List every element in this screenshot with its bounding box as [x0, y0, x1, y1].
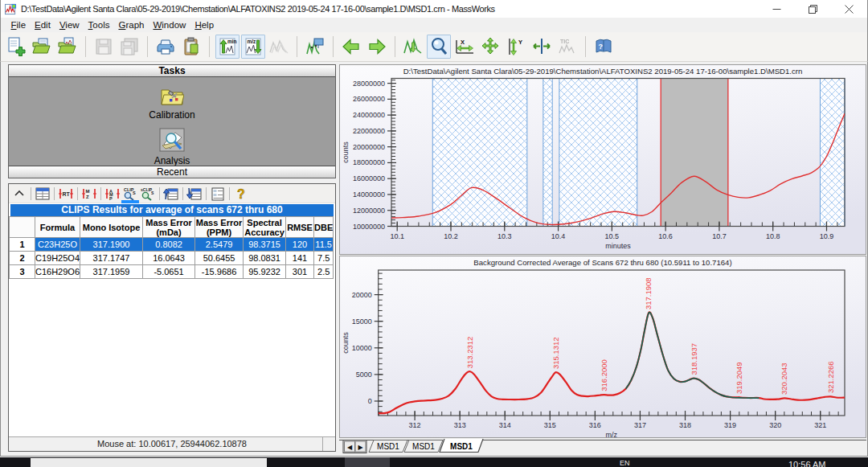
calibration-display-button[interactable] — [303, 35, 327, 59]
view-mz-icon: m/z — [243, 36, 264, 57]
x-tick-label: 312 — [409, 421, 421, 429]
menu-help[interactable]: Help — [190, 19, 219, 31]
import-table-button[interactable] — [162, 186, 180, 202]
result-row[interactable]: 3C16H29O6317.1959-5.0651-15.968695.92323… — [10, 265, 334, 279]
results-panel: RTMZAMPCLIPSsCLIPS? CLIPS Results for av… — [8, 183, 336, 452]
arrow-right-icon — [366, 36, 387, 57]
tasks-header[interactable]: Tasks — [9, 65, 335, 77]
taskbar-search-box[interactable] — [31, 458, 267, 467]
magnifier-icon — [428, 36, 449, 57]
windows-taskbar[interactable]: EN 10:56 AM — [0, 457, 868, 467]
zoom-button[interactable] — [427, 35, 451, 59]
analysis-magnifier-icon — [159, 128, 185, 154]
column-header[interactable]: Spectral Accuracy — [244, 217, 286, 238]
svg-text:m/z: m/z — [248, 39, 257, 44]
menu-edit[interactable]: Edit — [31, 19, 55, 31]
toolbar-separator — [85, 36, 86, 57]
svg-text:M: M — [86, 189, 90, 194]
restore-button[interactable] — [795, 0, 831, 18]
shift-x-button[interactable] — [530, 35, 554, 59]
y-tick-label: 10000 — [352, 344, 372, 352]
y-tick-label: 20000000 — [353, 143, 385, 151]
recent-header[interactable]: Recent — [9, 166, 335, 178]
save-button — [92, 35, 116, 59]
tasks-panel: Tasks CalibrationAnalysis Recent — [8, 64, 336, 178]
close-button[interactable] — [831, 0, 867, 18]
task-calibration[interactable]: Calibration — [9, 87, 335, 121]
window-title: D:\TestData\Agilent Santa Clara\05-29-20… — [21, 4, 495, 14]
help-button[interactable]: ? — [232, 186, 250, 202]
selection-region-hatch — [820, 79, 845, 227]
print-button[interactable] — [154, 35, 178, 59]
full-range-button[interactable] — [401, 35, 425, 59]
chart-title: Background Corrected Average of Scans 67… — [473, 258, 731, 267]
report-button[interactable] — [209, 186, 227, 202]
clips-button[interactable]: CLIPS — [121, 186, 139, 202]
active-scan-region[interactable] — [661, 79, 728, 227]
column-header[interactable]: RMSE — [286, 217, 314, 238]
menu-window[interactable]: Window — [149, 19, 190, 31]
previous-button[interactable] — [339, 35, 363, 59]
y-axis-label: counts — [342, 141, 350, 163]
export-table-button[interactable] — [186, 186, 203, 202]
next-button[interactable] — [365, 35, 389, 59]
cell: 50.6455 — [195, 252, 244, 265]
taskbar-app-button[interactable] — [345, 457, 390, 467]
column-header[interactable]: DBE — [314, 217, 334, 238]
tag-mz-button[interactable]: MZ — [80, 186, 98, 202]
zoom-y-button[interactable]: Y — [504, 35, 528, 59]
column-header[interactable]: Mass Error (mDa) — [143, 217, 195, 238]
x-tick-label: 10.9 — [820, 232, 834, 240]
grid-view-button[interactable] — [34, 186, 51, 202]
peaks-gray-icon — [268, 36, 289, 57]
help-button[interactable]: ? — [592, 35, 616, 59]
menu-file[interactable]: File — [6, 19, 31, 31]
result-row[interactable]: 2C19H25O4317.174716.064350.645598.083114… — [10, 252, 334, 265]
results-title: CLIPS Results for average of scans 672 t… — [10, 204, 334, 216]
paste-button[interactable] — [179, 35, 203, 59]
spectrum-view-button[interactable]: m/z — [241, 35, 265, 59]
menu-tools[interactable]: Tools — [84, 19, 114, 31]
cell: 16.0643 — [143, 252, 195, 265]
new-file-button[interactable] — [4, 35, 28, 59]
menu-graph[interactable]: Graph — [114, 19, 149, 31]
result-row[interactable]: 1C23H25O317.19000.80822.547998.371512011… — [10, 238, 334, 252]
column-header[interactable] — [10, 217, 35, 238]
y-tick-label: 5000 — [356, 371, 372, 379]
taskbar-language[interactable]: EN — [620, 459, 630, 467]
toolbar-separator — [395, 36, 395, 57]
tasks-body: CalibrationAnalysis — [9, 87, 335, 166]
grid-icon — [35, 186, 51, 202]
chromatogram-chart[interactable]: D:\TestData\Agilent Santa Clara\05-29-20… — [339, 64, 866, 255]
zoom-x-button[interactable]: X — [452, 35, 477, 59]
task-analysis[interactable]: Analysis — [9, 128, 335, 166]
taskbar-clock[interactable]: 10:56 AM — [788, 460, 825, 467]
spectrum-chart[interactable]: Background Corrected Average of Scans 67… — [339, 256, 866, 438]
arrow-left-icon — [341, 36, 362, 57]
peak-label: 316.2000 — [600, 359, 608, 391]
menu-bar: FileEditViewToolsGraphWindowHelp — [0, 18, 868, 32]
cell: C23H25O — [35, 238, 80, 252]
open-file-button[interactable] — [30, 35, 54, 59]
open-data-button[interactable] — [55, 35, 80, 59]
minimize-button[interactable] — [759, 0, 795, 18]
column-header[interactable]: Formula — [35, 217, 80, 238]
column-header[interactable]: Mono Isotope — [80, 217, 143, 238]
tab-scroll-right-icon: ▶ — [358, 444, 363, 451]
chromatogram-view-button[interactable]: min — [215, 35, 240, 59]
cell: 317.1747 — [80, 252, 143, 265]
toolbar-separator — [31, 187, 31, 200]
tag-amp-button[interactable]: AMP — [104, 186, 121, 202]
menu-view[interactable]: View — [55, 19, 84, 31]
collapse-button[interactable] — [10, 186, 28, 202]
pan-button[interactable] — [478, 35, 502, 59]
toolbar-separator — [206, 187, 207, 200]
zoom-x-icon: X — [454, 36, 475, 57]
y-tick-label: 0 — [368, 397, 372, 405]
sclips-button[interactable]: sCLIPS — [139, 186, 157, 202]
column-header[interactable]: Mass Error (PPM) — [195, 217, 244, 238]
results-toolbar: RTMZAMPCLIPSsCLIPS? — [9, 184, 335, 203]
peak-label: 321.2266 — [826, 361, 835, 393]
status-text: Mouse at: 10.00617, 25944062.10878 — [97, 439, 247, 449]
tag-rt-button[interactable]: RT — [57, 186, 75, 202]
